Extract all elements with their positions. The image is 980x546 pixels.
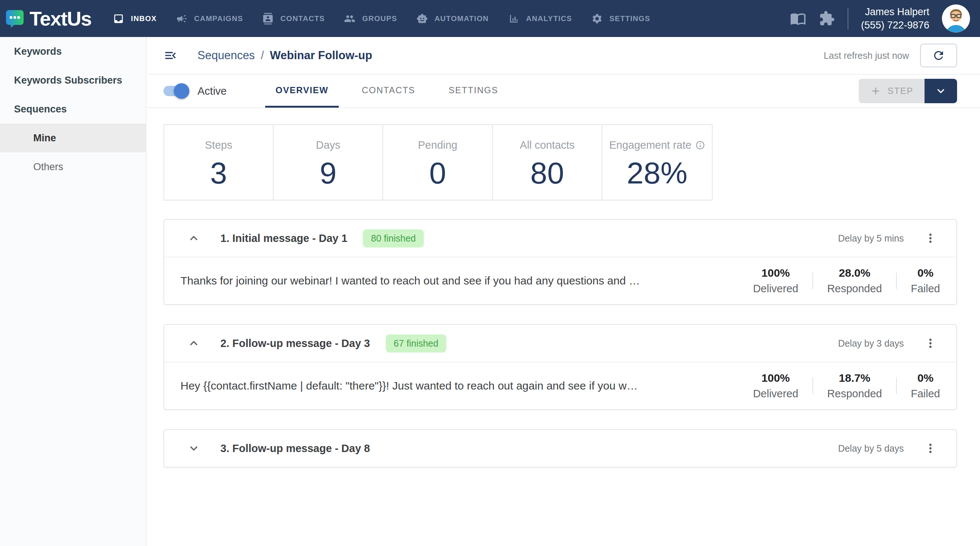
brand-name: TextUs: [30, 7, 91, 30]
stat-days: Days 9: [274, 125, 383, 200]
add-step-button-group: STEP: [859, 79, 957, 103]
stat-value: 100%: [753, 372, 799, 384]
top-bar-divider: [848, 8, 848, 29]
step-header: 3. Follow-up message - Day 8 Delay by 5 …: [164, 430, 956, 467]
refresh-button[interactable]: [920, 44, 957, 67]
sidebar-collapse-button[interactable]: [164, 48, 178, 62]
active-toggle[interactable]: [164, 86, 187, 96]
integrations-button[interactable]: [819, 10, 835, 27]
tab-contacts[interactable]: CONTACTS: [351, 74, 426, 108]
nav-label: SETTINGS: [609, 14, 650, 23]
sidebar-item-keywords[interactable]: Keywords: [0, 37, 146, 66]
page-title: Webinar Follow-up: [270, 49, 372, 62]
tab-bar: OVERVIEW CONTACTS SETTINGS: [265, 74, 521, 108]
stat-label: Days: [316, 139, 340, 151]
step-menu-button[interactable]: [923, 441, 938, 456]
step-message: Thanks for joining our webinar! I wanted…: [180, 274, 724, 287]
nav-item-inbox[interactable]: INBOX: [113, 13, 157, 24]
stat-engagement-rate: Engagement rate 28%: [603, 125, 712, 200]
stat-label: Responded: [827, 283, 882, 295]
info-icon[interactable]: [695, 140, 705, 150]
sidebar-item-label: Mine: [33, 132, 56, 144]
breadcrumb-sequences-link[interactable]: Sequences: [197, 49, 255, 62]
collapse-step-button[interactable]: [186, 335, 202, 352]
user-phone: (555) 722-9876: [861, 19, 929, 32]
sidebar-item-label: Keywords Subscribers: [14, 75, 123, 86]
step-header: 2. Follow-up message - Day 3 67 finished…: [164, 325, 956, 363]
nav-item-settings[interactable]: SETTINGS: [591, 13, 650, 24]
stat-responded: 18.7% Responded: [813, 372, 896, 400]
step-body: Thanks for joining our webinar! I wanted…: [164, 258, 956, 304]
chevron-up-icon: [186, 231, 201, 246]
step-delay: Delay by 5 mins: [838, 233, 904, 244]
primary-nav: INBOX CAMPAIGNS CONTACTS GROUPS AUTOMATI…: [113, 13, 650, 24]
finished-badge: 80 finished: [363, 229, 424, 247]
sidebar-item-label: Others: [33, 161, 63, 173]
add-step-button[interactable]: STEP: [859, 79, 924, 103]
tabs-row: Active OVERVIEW CONTACTS SETTINGS STEP: [147, 75, 980, 108]
resources-button[interactable]: [790, 10, 806, 27]
top-nav-bar: TextUs INBOX CAMPAIGNS CONTACTS GROUPS A…: [0, 0, 980, 37]
stat-value: 80: [530, 156, 564, 191]
tab-overview[interactable]: OVERVIEW: [265, 74, 339, 108]
kebab-menu-icon: [923, 441, 937, 455]
sidebar-item-sequences[interactable]: Sequences: [0, 95, 146, 124]
stat-value: 18.7%: [827, 372, 882, 384]
nav-label: ANALYTICS: [526, 14, 572, 23]
stat-label: Failed: [911, 283, 940, 295]
gear-icon: [591, 13, 603, 24]
stat-pending: Pending 0: [383, 125, 493, 200]
step-delay: Delay by 3 days: [838, 338, 904, 349]
chevron-down-icon: [934, 84, 948, 98]
step-menu-button[interactable]: [923, 336, 938, 351]
nav-item-groups[interactable]: GROUPS: [344, 13, 397, 24]
nav-item-contacts[interactable]: CONTACTS: [262, 13, 325, 24]
puzzle-icon: [819, 10, 835, 27]
breadcrumb-separator: /: [261, 49, 264, 62]
stat-delivered: 100% Delivered: [739, 372, 813, 400]
step-stats: 100% Delivered 18.7% Responded 0% Failed: [739, 372, 940, 400]
step-title: 3. Follow-up message - Day 8: [220, 443, 370, 455]
step-menu-button[interactable]: [923, 231, 938, 246]
inbox-icon: [113, 13, 124, 24]
stat-label: Steps: [205, 139, 232, 151]
top-right-cluster: James Halpert (555) 722-9876: [790, 5, 970, 33]
tab-settings[interactable]: SETTINGS: [438, 74, 509, 108]
textus-chat-bubble-icon: [5, 9, 24, 28]
user-menu[interactable]: James Halpert (555) 722-9876: [861, 5, 929, 32]
page-header: Sequences / Webinar Follow-up Last refre…: [147, 37, 980, 75]
main-panel: Sequences / Webinar Follow-up Last refre…: [147, 37, 980, 546]
nav-item-automation[interactable]: AUTOMATION: [417, 13, 489, 24]
add-step-dropdown-button[interactable]: [924, 79, 957, 103]
sidebar-item-sequences-mine[interactable]: Mine: [0, 124, 146, 153]
stat-label: Failed: [911, 388, 940, 400]
contacts-book-icon: [262, 13, 274, 24]
stat-label: All contacts: [520, 139, 575, 151]
collapse-step-button[interactable]: [186, 230, 202, 247]
sidebar-item-keywords-subscribers[interactable]: Keywords Subscribers: [0, 66, 146, 95]
avatar[interactable]: [942, 5, 970, 33]
stat-value: 0%: [911, 267, 940, 279]
stat-value: 9: [320, 156, 337, 191]
stat-value: 100%: [753, 267, 799, 279]
nav-label: CONTACTS: [280, 14, 325, 23]
step-stats: 100% Delivered 28.0% Responded 0% Failed: [739, 267, 940, 295]
sidebar-item-sequences-others[interactable]: Others: [0, 153, 146, 181]
step-message: Hey {{contact.firstName | default: "ther…: [180, 380, 724, 392]
megaphone-icon: [176, 13, 188, 24]
nav-label: CAMPAIGNS: [194, 14, 243, 23]
stat-label: Engagement rate: [609, 139, 705, 151]
stat-value: 28%: [627, 156, 687, 191]
menu-collapse-icon: [164, 48, 178, 62]
robot-icon: [417, 13, 428, 24]
step-title: 1. Initial message - Day 1: [220, 232, 347, 245]
step-card-2: 2. Follow-up message - Day 3 67 finished…: [164, 324, 957, 410]
nav-item-campaigns[interactable]: CAMPAIGNS: [176, 13, 243, 24]
kebab-menu-icon: [923, 336, 937, 350]
step-body: Hey {{contact.firstName | default: "ther…: [164, 363, 956, 409]
expand-step-button[interactable]: [186, 440, 202, 457]
brand-logo[interactable]: TextUs: [5, 7, 91, 30]
stat-label: Responded: [827, 388, 882, 400]
step-header: 1. Initial message - Day 1 80 finished D…: [164, 220, 956, 258]
nav-item-analytics[interactable]: ANALYTICS: [508, 13, 572, 24]
